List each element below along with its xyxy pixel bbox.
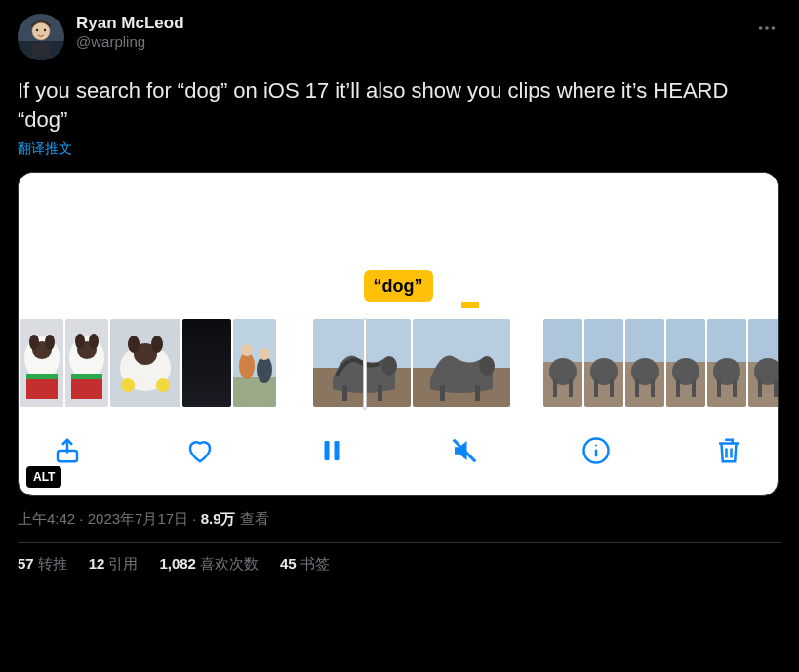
separator [18, 542, 781, 543]
svg-rect-61 [651, 379, 655, 397]
svg-point-7 [759, 26, 763, 30]
tweet-stats: 57转推 12引用 1,082喜欢次数 45书签 [18, 555, 781, 573]
svg-point-29 [121, 378, 135, 392]
svg-rect-79 [335, 441, 340, 460]
likes-stat[interactable]: 1,082喜欢次数 [159, 555, 259, 573]
svg-rect-78 [325, 441, 330, 460]
search-callout: “dog” [364, 270, 433, 302]
match-marker [461, 302, 479, 308]
svg-rect-3 [32, 43, 50, 57]
media-attachment[interactable]: “dog” [18, 172, 779, 496]
info-button[interactable] [579, 433, 614, 468]
alt-badge[interactable]: ALT [26, 466, 61, 488]
clip-group-1 [20, 319, 276, 407]
clip-thumbnail[interactable] [707, 319, 746, 407]
clip-thumbnail[interactable] [666, 319, 705, 407]
tweet-header: Ryan McLeod @warpling [18, 14, 781, 60]
svg-rect-66 [692, 379, 696, 397]
svg-rect-75 [758, 379, 762, 397]
svg-rect-55 [594, 379, 598, 397]
author-handle: @warpling [76, 33, 184, 50]
clip-thumbnail[interactable] [65, 319, 108, 407]
media-whitespace [19, 173, 778, 270]
tweet-text: If you search for “dog” on iOS 17 it’ll … [18, 76, 781, 135]
svg-rect-62 [666, 319, 705, 362]
author-block[interactable]: Ryan McLeod @warpling [76, 14, 184, 50]
svg-rect-50 [553, 379, 557, 397]
svg-rect-41 [378, 385, 382, 401]
svg-point-6 [44, 29, 46, 31]
favorite-button[interactable] [182, 433, 218, 468]
svg-point-5 [36, 29, 38, 31]
translate-link[interactable]: 翻译推文 [18, 140, 781, 158]
svg-point-33 [239, 352, 255, 379]
clip-thumbnail[interactable] [110, 319, 180, 407]
svg-rect-47 [543, 319, 582, 362]
svg-point-9 [772, 26, 776, 30]
clip-thumbnail[interactable] [413, 319, 510, 407]
svg-rect-72 [748, 319, 779, 362]
svg-rect-67 [707, 319, 746, 362]
svg-point-28 [151, 336, 163, 353]
svg-rect-40 [342, 385, 347, 401]
clip-group-3 [543, 319, 779, 407]
svg-rect-60 [635, 379, 639, 397]
svg-rect-32 [233, 377, 276, 407]
svg-point-82 [595, 444, 597, 446]
meta-time[interactable]: 上午4:42 [18, 510, 75, 527]
svg-rect-70 [717, 379, 721, 397]
clip-thumbnail[interactable] [625, 319, 664, 407]
svg-rect-45 [440, 385, 445, 401]
tweet-card: Ryan McLeod @warpling If you search for … [0, 0, 799, 583]
tweet-meta: 上午4:42 · 2023年7月17日 · 8.9万 查看 [18, 510, 781, 529]
views-count: 8.9万 [201, 510, 236, 527]
svg-rect-57 [625, 319, 664, 362]
retweets-stat[interactable]: 57转推 [18, 555, 67, 573]
delete-button[interactable] [711, 433, 746, 468]
svg-point-14 [45, 335, 55, 350]
clip-thumbnail[interactable] [20, 319, 63, 407]
clip-thumbnail[interactable] [748, 319, 779, 407]
svg-rect-56 [610, 379, 614, 397]
svg-point-27 [128, 336, 140, 353]
svg-rect-46 [475, 385, 480, 401]
svg-point-13 [29, 335, 39, 350]
clip-group-2 [313, 319, 510, 407]
avatar[interactable] [18, 14, 64, 60]
clip-thumbnail[interactable] [543, 319, 582, 407]
views-label: 查看 [236, 510, 269, 527]
svg-rect-16 [26, 374, 58, 379]
svg-point-35 [257, 356, 272, 383]
svg-rect-51 [569, 379, 573, 397]
more-button[interactable] [752, 14, 781, 47]
svg-point-20 [75, 334, 85, 349]
media-toolbar [19, 412, 778, 495]
svg-rect-71 [733, 379, 737, 397]
meta-date[interactable]: 2023年7月17日 [88, 510, 188, 527]
mute-button[interactable] [447, 433, 482, 468]
quotes-stat[interactable]: 12引用 [89, 555, 139, 573]
svg-rect-42 [413, 319, 510, 368]
svg-point-8 [765, 26, 769, 30]
svg-rect-23 [71, 374, 102, 379]
clip-thumbnail[interactable] [182, 319, 231, 407]
playhead[interactable] [363, 318, 367, 410]
clip-thumbnail[interactable] [584, 319, 623, 407]
svg-point-39 [381, 356, 397, 376]
bookmarks-stat[interactable]: 45书签 [280, 555, 330, 573]
svg-point-44 [479, 356, 495, 376]
svg-point-34 [241, 344, 253, 356]
svg-rect-76 [774, 379, 778, 397]
pause-button[interactable] [314, 433, 349, 468]
svg-point-30 [156, 378, 170, 392]
author-name: Ryan McLeod [76, 14, 184, 33]
svg-rect-52 [584, 319, 623, 362]
svg-rect-65 [676, 379, 680, 397]
share-button[interactable] [50, 433, 85, 468]
clip-thumbnail[interactable] [233, 319, 276, 407]
clip-thumbnail[interactable] [313, 319, 411, 407]
svg-point-21 [89, 334, 99, 349]
video-timeline[interactable] [19, 314, 778, 412]
svg-point-36 [259, 348, 270, 360]
